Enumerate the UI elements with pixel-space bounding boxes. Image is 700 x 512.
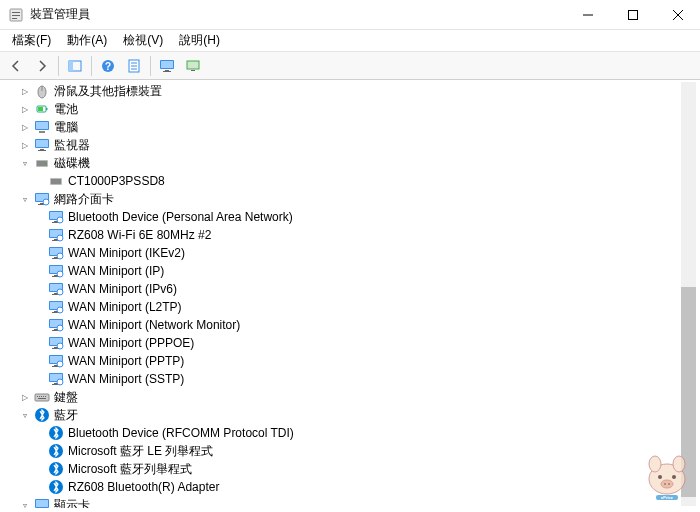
collapse-icon[interactable]: ▿	[18, 192, 32, 206]
svg-rect-44	[187, 61, 199, 69]
category-disk[interactable]: ▿ 磁碟機	[4, 154, 696, 172]
device-item[interactable]: Bluetooth Device (RFCOMM Protocol TDI)	[4, 424, 696, 442]
keyboard-icon	[34, 389, 50, 405]
device-tree[interactable]: ▷ 滑鼠及其他指標裝置 ▷ 電池 ▷ 電腦 ▷ 監視器 ▿ 磁碟機 CT1000…	[0, 80, 700, 508]
device-icon	[48, 263, 64, 279]
collapse-icon[interactable]: ▿	[18, 408, 32, 422]
device-label: Bluetooth Device (RFCOMM Protocol TDI)	[68, 426, 294, 440]
disk-icon	[34, 155, 50, 171]
bluetooth-icon	[34, 407, 50, 423]
device-label: CT1000P3PSSD8	[68, 174, 165, 188]
expand-icon[interactable]: ▷	[18, 390, 32, 404]
device-item[interactable]: WAN Miniport (L2TP)	[4, 298, 696, 316]
forward-button[interactable]	[30, 54, 54, 78]
network-icon	[34, 191, 50, 207]
device-label: WAN Miniport (IPv6)	[68, 282, 177, 296]
device-icon	[48, 425, 64, 441]
computer-icon	[34, 119, 50, 135]
category-label: 鍵盤	[54, 389, 78, 406]
monitor-icon	[34, 137, 50, 153]
maximize-button[interactable]	[610, 0, 655, 30]
device-item[interactable]: CT1000P3PSSD8	[4, 172, 696, 190]
device-item[interactable]: WAN Miniport (IKEv2)	[4, 244, 696, 262]
scrollbar-thumb[interactable]	[681, 287, 696, 497]
device-label: WAN Miniport (IP)	[68, 264, 164, 278]
toolbar-remote-button[interactable]	[181, 54, 205, 78]
toolbar-help-button[interactable]: ?	[96, 54, 120, 78]
device-label: Microsoft 藍牙 LE 列舉程式	[68, 443, 213, 460]
device-label: Microsoft 藍牙列舉程式	[68, 461, 192, 478]
device-icon	[48, 209, 64, 225]
category-keyboard[interactable]: ▷ 鍵盤	[4, 388, 696, 406]
expand-icon[interactable]: ▷	[18, 138, 32, 152]
toolbar-properties-button[interactable]	[122, 54, 146, 78]
toolbar-show-hide-button[interactable]	[63, 54, 87, 78]
device-icon	[48, 335, 64, 351]
menu-action[interactable]: 動作(A)	[59, 30, 115, 51]
menubar: 檔案(F) 動作(A) 檢視(V) 說明(H)	[0, 30, 700, 52]
device-icon	[48, 227, 64, 243]
device-label: Bluetooth Device (Personal Area Network)	[68, 210, 293, 224]
device-label: WAN Miniport (PPPOE)	[68, 336, 194, 350]
category-label: 電池	[54, 101, 78, 118]
device-item[interactable]: RZ608 Bluetooth(R) Adapter	[4, 478, 696, 496]
device-icon	[48, 281, 64, 297]
expand-icon[interactable]: ▷	[18, 84, 32, 98]
svg-text:?: ?	[105, 61, 111, 72]
device-icon	[48, 443, 64, 459]
device-item[interactable]: Microsoft 藍牙列舉程式	[4, 460, 696, 478]
category-bluetooth[interactable]: ▿ 藍牙	[4, 406, 696, 424]
minimize-button[interactable]	[565, 0, 610, 30]
toolbar-scan-button[interactable]	[155, 54, 179, 78]
collapse-icon[interactable]: ▿	[18, 156, 32, 170]
app-icon	[8, 7, 24, 23]
device-item[interactable]: Microsoft 藍牙 LE 列舉程式	[4, 442, 696, 460]
menu-help[interactable]: 說明(H)	[171, 30, 228, 51]
category-label: 顯示卡	[54, 497, 90, 509]
category-label: 監視器	[54, 137, 90, 154]
device-label: WAN Miniport (PPTP)	[68, 354, 184, 368]
collapse-icon[interactable]: ▿	[18, 498, 32, 508]
device-item[interactable]: RZ608 Wi-Fi 6E 80MHz #2	[4, 226, 696, 244]
scrollbar-track[interactable]	[681, 82, 696, 506]
device-icon	[48, 479, 64, 495]
toolbar-separator	[91, 56, 92, 76]
category-label: 藍牙	[54, 407, 78, 424]
category-battery[interactable]: ▷ 電池	[4, 100, 696, 118]
device-item[interactable]: WAN Miniport (Network Monitor)	[4, 316, 696, 334]
svg-rect-37	[69, 61, 73, 71]
category-label: 滑鼠及其他指標裝置	[54, 83, 162, 100]
device-item[interactable]: WAN Miniport (IP)	[4, 262, 696, 280]
category-display[interactable]: ▿ 顯示卡	[4, 496, 696, 508]
svg-rect-45	[191, 70, 195, 71]
device-icon	[48, 317, 64, 333]
expand-icon[interactable]: ▷	[18, 102, 32, 116]
menu-file[interactable]: 檔案(F)	[4, 30, 59, 51]
category-mouse[interactable]: ▷ 滑鼠及其他指標裝置	[4, 82, 696, 100]
device-item[interactable]: WAN Miniport (SSTP)	[4, 370, 696, 388]
device-item[interactable]: WAN Miniport (IPv6)	[4, 280, 696, 298]
disk-icon	[48, 173, 64, 189]
category-label: 電腦	[54, 119, 78, 136]
close-button[interactable]	[655, 0, 700, 30]
device-item[interactable]: WAN Miniport (PPPOE)	[4, 334, 696, 352]
category-computer[interactable]: ▷ 電腦	[4, 118, 696, 136]
battery-icon	[34, 101, 50, 117]
device-item[interactable]: WAN Miniport (PPTP)	[4, 352, 696, 370]
display-icon	[34, 497, 50, 508]
category-label: 磁碟機	[54, 155, 90, 172]
toolbar-separator	[58, 56, 59, 76]
category-network[interactable]: ▿ 網路介面卡	[4, 190, 696, 208]
device-icon	[48, 353, 64, 369]
back-button[interactable]	[4, 54, 28, 78]
toolbar: ?	[0, 52, 700, 80]
menu-view[interactable]: 檢視(V)	[115, 30, 171, 51]
category-label: 網路介面卡	[54, 191, 114, 208]
toolbar-separator	[150, 56, 151, 76]
device-item[interactable]: Bluetooth Device (Personal Area Network)	[4, 208, 696, 226]
mouse-icon	[34, 83, 50, 99]
device-icon	[48, 299, 64, 315]
category-monitor[interactable]: ▷ 監視器	[4, 136, 696, 154]
device-label: WAN Miniport (L2TP)	[68, 300, 182, 314]
expand-icon[interactable]: ▷	[18, 120, 32, 134]
